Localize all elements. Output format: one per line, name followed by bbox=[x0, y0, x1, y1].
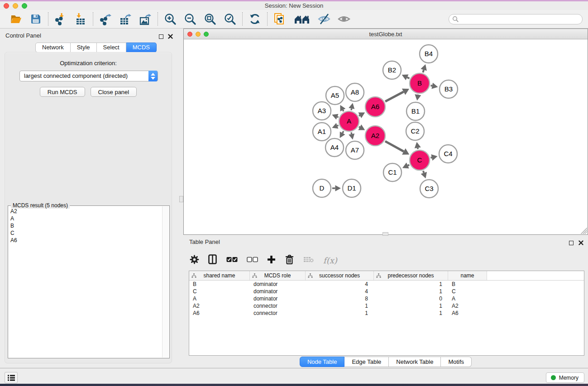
edge-C-C1[interactable] bbox=[408, 165, 409, 166]
table-cell: C bbox=[189, 288, 250, 295]
float-panel-icon[interactable] bbox=[159, 34, 163, 39]
select-stepper-icon[interactable] bbox=[148, 71, 158, 81]
open-file-icon[interactable] bbox=[9, 12, 23, 26]
result-item[interactable]: A bbox=[8, 215, 162, 222]
edge-B-B4[interactable] bbox=[423, 70, 424, 72]
edge-A-A6[interactable] bbox=[359, 115, 360, 116]
tab-node-table[interactable]: Node Table bbox=[300, 357, 345, 367]
table-panel: Table Panel f(x) shared nameMCDS rolesuc… bbox=[183, 236, 588, 368]
edge-A6-B[interactable] bbox=[385, 92, 404, 102]
optimization-criterion-select[interactable]: largest connected component (directed) bbox=[19, 71, 158, 81]
refresh-layout-icon[interactable] bbox=[248, 12, 262, 26]
table-row[interactable]: A6connector11A6 bbox=[189, 310, 584, 317]
settings-gear-icon[interactable] bbox=[190, 255, 199, 266]
resize-grip-icon[interactable] bbox=[581, 228, 587, 234]
table-cell: 1 bbox=[374, 281, 448, 288]
edge-A-A5[interactable] bbox=[343, 110, 344, 111]
optimization-criterion-label: Optimization criterion: bbox=[5, 60, 172, 67]
result-item[interactable]: A6 bbox=[8, 237, 162, 244]
import-table-icon[interactable] bbox=[74, 12, 87, 26]
tab-network-table[interactable]: Network Table bbox=[389, 357, 441, 367]
float-table-panel-icon[interactable] bbox=[569, 241, 574, 245]
deselect-all-icon[interactable] bbox=[247, 256, 258, 264]
table-cell: 4 bbox=[306, 288, 374, 295]
table-body: Bdominator41BCdominator41CAdominator80AA… bbox=[189, 281, 584, 317]
table-row[interactable]: Cdominator41C bbox=[189, 288, 584, 295]
table-row[interactable]: Bdominator41B bbox=[189, 281, 584, 288]
arrowhead-B-B3 bbox=[431, 83, 438, 89]
arrowhead-B-B4 bbox=[421, 64, 427, 71]
show-panel-list-button[interactable] bbox=[5, 372, 18, 383]
edge-A-A2[interactable] bbox=[359, 127, 360, 127]
edge-A2-C[interactable] bbox=[385, 141, 404, 152]
edge-A-A8[interactable] bbox=[351, 109, 352, 110]
edge-B-B2[interactable] bbox=[407, 77, 409, 78]
table-row[interactable]: A2connector11A2 bbox=[189, 302, 584, 310]
add-column-icon[interactable] bbox=[267, 255, 276, 266]
tab-mcds[interactable]: MCDS bbox=[126, 43, 157, 52]
export-table-icon[interactable] bbox=[119, 12, 132, 26]
search-input[interactable] bbox=[449, 14, 583, 24]
arrowhead-C-C4 bbox=[431, 154, 437, 161]
node-label-B2: B2 bbox=[388, 66, 396, 74]
control-panel: Control Panel Network Style Select MCDS … bbox=[0, 29, 177, 368]
mcds-tab-panel: Optimization criterion: largest connecte… bbox=[5, 52, 172, 363]
result-item[interactable]: C bbox=[8, 229, 162, 237]
edge-A-A1[interactable] bbox=[337, 125, 339, 126]
search-icon bbox=[452, 16, 459, 24]
column-header-predecessor-nodes[interactable]: predecessor nodes bbox=[374, 271, 448, 280]
tab-edge-table[interactable]: Edge Table bbox=[344, 357, 389, 367]
tab-style[interactable]: Style bbox=[71, 43, 97, 52]
close-table-panel-icon[interactable] bbox=[578, 239, 583, 247]
delete-column-trash-icon[interactable] bbox=[285, 254, 294, 267]
edge-C-C4[interactable] bbox=[430, 157, 431, 158]
select-all-icon[interactable] bbox=[226, 256, 238, 264]
zoom-out-icon[interactable] bbox=[183, 12, 197, 26]
column-header-shared-name[interactable]: shared name bbox=[189, 271, 250, 280]
show-panels-icon[interactable] bbox=[337, 12, 351, 26]
column-header-name[interactable]: name bbox=[448, 271, 487, 280]
node-label-A3: A3 bbox=[318, 107, 326, 114]
column-header-MCDS-role[interactable]: MCDS role bbox=[250, 271, 306, 280]
hierarchy-icon bbox=[191, 273, 196, 280]
home-view-icon[interactable] bbox=[293, 12, 311, 26]
node-label-A4: A4 bbox=[330, 143, 339, 151]
network-canvas[interactable]: B4B2BB3A5A8A6A3B1AA1C2A2A4A7C4CC1C3DD1 bbox=[184, 39, 588, 234]
export-image-icon[interactable] bbox=[139, 12, 152, 26]
memory-status-icon bbox=[551, 375, 556, 380]
memory-button[interactable]: Memory bbox=[546, 372, 584, 383]
network-window-titlebar[interactable]: testGlobe.txt bbox=[184, 29, 588, 39]
duplicate-network-icon[interactable] bbox=[273, 12, 287, 26]
close-panel-button[interactable]: Close panel bbox=[91, 87, 137, 97]
table-row[interactable]: Adominator80A bbox=[189, 295, 584, 302]
zoom-selected-icon[interactable] bbox=[223, 12, 237, 26]
tab-select[interactable]: Select bbox=[97, 43, 126, 52]
column-layout-icon[interactable] bbox=[208, 254, 217, 266]
column-header-successor-nodes[interactable]: successor nodes bbox=[306, 271, 374, 280]
export-network-icon[interactable] bbox=[99, 12, 112, 26]
edge-C-C3[interactable] bbox=[423, 171, 424, 173]
node-label-A5: A5 bbox=[331, 91, 339, 99]
edge-B-B3[interactable] bbox=[430, 86, 432, 86]
save-session-icon[interactable] bbox=[29, 12, 43, 26]
result-scrollbar[interactable] bbox=[162, 206, 169, 357]
table-cell: 1 bbox=[374, 288, 448, 295]
result-item[interactable]: A2 bbox=[8, 208, 162, 215]
run-mcds-button[interactable]: Run MCDS bbox=[40, 87, 85, 97]
result-item[interactable]: B bbox=[8, 222, 162, 229]
import-network-icon[interactable] bbox=[54, 12, 67, 26]
zoom-fit-icon[interactable] bbox=[203, 12, 217, 26]
edge-A-A7[interactable] bbox=[351, 132, 352, 134]
tab-network[interactable]: Network bbox=[35, 43, 71, 52]
close-panel-icon[interactable] bbox=[168, 33, 173, 41]
edge-A-A3[interactable] bbox=[337, 117, 339, 117]
arrowhead-C-C2 bbox=[415, 142, 421, 148]
table-cell: dominator bbox=[250, 281, 306, 288]
edge-A-A4[interactable] bbox=[343, 131, 344, 133]
hide-panels-icon[interactable] bbox=[317, 12, 331, 26]
node-label-C3: C3 bbox=[425, 185, 433, 192]
horizontal-split-handle[interactable] bbox=[382, 232, 388, 236]
tab-motifs[interactable]: Motifs bbox=[441, 357, 472, 367]
vertical-split-handle[interactable] bbox=[179, 196, 183, 202]
zoom-in-icon[interactable] bbox=[163, 12, 177, 26]
